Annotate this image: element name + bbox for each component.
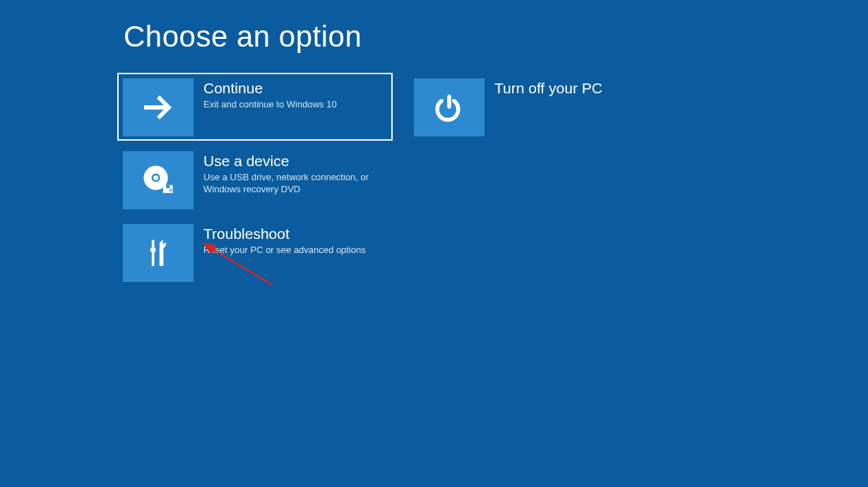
continue-tile[interactable]: Continue Exit and continue to Windows 10 [117, 73, 393, 141]
use-device-text: Use a device Use a USB drive, network co… [194, 151, 377, 196]
troubleshoot-title: Troubleshoot [203, 225, 366, 242]
svg-rect-8 [152, 252, 155, 266]
turn-off-text: Turn off your PC [484, 78, 602, 99]
use-device-subtitle: Use a USB drive, network connection, or … [203, 172, 377, 196]
troubleshoot-text: Troubleshoot Reset your PC or see advanc… [194, 224, 366, 257]
troubleshoot-tile[interactable]: Troubleshoot Reset your PC or see advanc… [117, 218, 393, 286]
svg-point-2 [153, 175, 158, 180]
svg-text:B: B [169, 188, 172, 192]
turn-off-title: Turn off your PC [494, 80, 602, 96]
continue-title: Continue [203, 80, 337, 96]
svg-rect-7 [150, 248, 155, 252]
arrow-right-icon [123, 78, 194, 136]
page-title: Choose an option [124, 20, 362, 54]
power-icon [414, 78, 484, 136]
use-device-title: Use a device [203, 153, 377, 169]
troubleshoot-subtitle: Reset your PC or see advanced options [203, 245, 366, 257]
turn-off-tile[interactable]: Turn off your PC [408, 73, 684, 141]
use-device-tile[interactable]: B Use a device Use a USB drive, network … [117, 146, 393, 213]
continue-text: Continue Exit and continue to Windows 10 [194, 78, 337, 111]
tools-icon [123, 224, 194, 282]
options-grid: Continue Exit and continue to Windows 10… [117, 73, 684, 286]
disc-icon: B [123, 151, 194, 209]
svg-rect-6 [152, 240, 155, 248]
continue-subtitle: Exit and continue to Windows 10 [203, 99, 337, 111]
